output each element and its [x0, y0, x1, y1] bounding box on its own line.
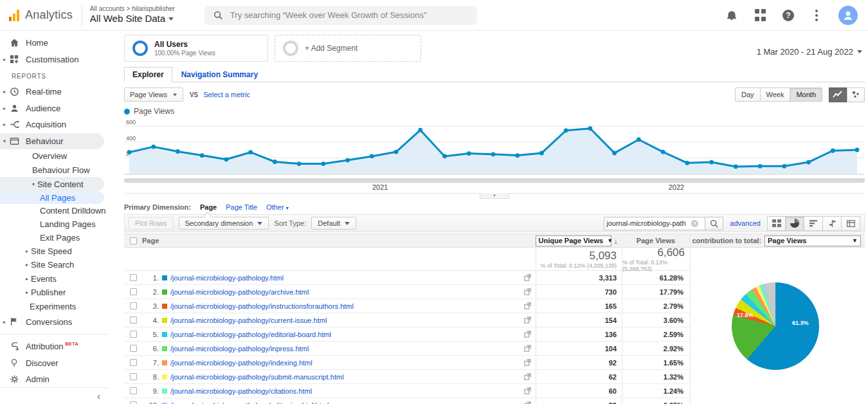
- page-link[interactable]: /journal-microbiology-pathology/instruct…: [170, 302, 354, 310]
- avatar[interactable]: [838, 6, 858, 25]
- percentage-pie-view-button[interactable]: [786, 216, 804, 231]
- page-link[interactable]: /journal-microbiology-pathology/archive.…: [170, 288, 309, 296]
- data-table-view-button[interactable]: [767, 216, 786, 231]
- sidebar-item-content-drilldown[interactable]: Content Drilldown: [0, 204, 104, 217]
- line-chart-view-button[interactable]: [829, 87, 847, 102]
- row-checkbox[interactable]: [130, 373, 137, 380]
- analytics-logo[interactable]: Analytics: [0, 8, 82, 22]
- sidebar-item-experiments[interactable]: Experiments: [0, 300, 104, 314]
- row-checkbox[interactable]: [130, 345, 137, 352]
- table-search-button[interactable]: [705, 217, 723, 230]
- open-in-new-icon[interactable]: [519, 317, 536, 324]
- row-color-swatch: [162, 318, 167, 323]
- clear-search-icon[interactable]: ✕: [691, 220, 698, 227]
- line-chart-plot[interactable]: 200400600: [124, 117, 865, 178]
- sidebar-item-all-pages[interactable]: All Pages: [0, 191, 104, 205]
- page-link[interactable]: /journal-microbiology-pathology/citation…: [170, 387, 312, 395]
- global-search[interactable]: [204, 6, 477, 25]
- row-checkbox[interactable]: [130, 387, 137, 394]
- sidebar-item-publisher[interactable]: ▸Publisher: [0, 286, 104, 300]
- row-checkbox[interactable]: [130, 401, 137, 404]
- sort-type-dropdown[interactable]: Default: [311, 217, 356, 230]
- segment-all-users[interactable]: All Users 100.00% Page Views: [124, 35, 268, 62]
- row-checkbox[interactable]: [130, 274, 137, 281]
- sidebar-item-conversions[interactable]: ▸ Conversions: [0, 313, 104, 330]
- granularity-week-button[interactable]: Week: [761, 87, 791, 102]
- page-link[interactable]: /journal-microbiology-pathology/current-…: [170, 317, 327, 324]
- open-in-new-icon[interactable]: [519, 373, 536, 380]
- open-in-new-icon[interactable]: [519, 288, 536, 295]
- sidebar-item-exit-pages[interactable]: Exit Pages: [0, 231, 104, 244]
- search-input[interactable]: [230, 10, 468, 20]
- sidebar-item-acquisition[interactable]: ▸ Acquisition: [0, 116, 104, 133]
- select-a-metric-link[interactable]: Select a metric: [203, 91, 250, 98]
- open-in-new-icon[interactable]: [519, 345, 536, 352]
- page-link[interactable]: /journal-microbiology-pathology/submit-m…: [170, 373, 344, 381]
- row-checkbox[interactable]: [130, 288, 137, 295]
- tab-navigation-summary[interactable]: Navigation Summary: [172, 68, 267, 82]
- sidebar-item-audience[interactable]: ▸ Audience: [0, 100, 104, 117]
- plot-rows-button[interactable]: Plot Rows: [129, 217, 174, 230]
- sidebar-item-behaviour-flow[interactable]: Behaviour Flow: [0, 163, 104, 178]
- row-checkbox[interactable]: [130, 331, 137, 338]
- sidebar-item-site-content[interactable]: ▾Site Content: [0, 177, 104, 191]
- apps-grid-icon[interactable]: [754, 9, 766, 22]
- sidebar-item-overview[interactable]: Overview: [0, 149, 104, 163]
- notifications-bell-icon[interactable]: [725, 9, 738, 22]
- open-in-new-icon[interactable]: [519, 387, 536, 394]
- granularity-month-button[interactable]: Month: [790, 87, 822, 102]
- page-link[interactable]: /journal-microbiology-pathology.html: [170, 274, 284, 282]
- contribution-metric-select[interactable]: Page Views▼: [764, 235, 861, 246]
- chart-collapse-tab[interactable]: ▼: [480, 193, 509, 199]
- sidebar-item-discover[interactable]: Discover: [0, 354, 104, 371]
- motion-chart-view-button[interactable]: [847, 87, 865, 102]
- page-link[interactable]: /journal-microbiology-pathology/editoria…: [170, 331, 331, 338]
- add-segment-button[interactable]: + Add Segment: [275, 35, 421, 62]
- sidebar-item-behaviour[interactable]: ▾ Behaviour: [0, 133, 104, 150]
- advanced-search-link[interactable]: advanced: [730, 219, 761, 227]
- row-checkbox[interactable]: [130, 359, 137, 366]
- help-icon[interactable]: ?: [782, 9, 795, 22]
- pivot-view-button[interactable]: [842, 216, 860, 231]
- contribution-pie-chart[interactable]: [732, 282, 819, 370]
- more-vertical-icon[interactable]: [810, 9, 823, 22]
- open-in-new-icon[interactable]: [519, 302, 536, 309]
- comparison-view-button[interactable]: [823, 216, 842, 231]
- table-search-field[interactable]: ✕: [604, 217, 705, 230]
- sidebar-item-site-search[interactable]: ▸Site Search: [0, 258, 104, 272]
- open-in-new-icon[interactable]: [519, 401, 536, 404]
- sidebar-item-events[interactable]: ▸Events: [0, 272, 104, 286]
- sidebar-item-attribution[interactable]: Attribution BETA: [0, 338, 104, 355]
- page-link[interactable]: /journal-microbiology-pathology/inpress.…: [170, 345, 309, 353]
- sort-descending-icon[interactable]: ↓: [614, 236, 619, 246]
- primary-dimension-page[interactable]: Page: [200, 203, 217, 211]
- account-switcher[interactable]: All accounts > hilarispublisher All Web …: [82, 5, 175, 25]
- sidebar-item-realtime[interactable]: ▸ Real-time: [0, 84, 104, 100]
- date-range-selector[interactable]: 1 Mar 2020 - 21 Aug 2022: [757, 40, 865, 63]
- row-checkbox[interactable]: [130, 317, 137, 324]
- sidebar-item-customisation[interactable]: ▸ Customisation: [0, 51, 104, 68]
- performance-bars-view-button[interactable]: [804, 216, 823, 231]
- open-in-new-icon[interactable]: [519, 359, 536, 366]
- row-checkbox[interactable]: [130, 302, 137, 309]
- primary-dimension-other[interactable]: Other ▾: [266, 203, 289, 211]
- primary-dimension-page-title[interactable]: Page Title: [226, 203, 257, 211]
- sidebar-item-home[interactable]: Home: [0, 35, 104, 51]
- secondary-dimension-dropdown[interactable]: Secondary dimension: [179, 217, 269, 230]
- sidebar-item-site-speed[interactable]: ▸Site Speed: [0, 244, 104, 258]
- table-search-input[interactable]: [606, 219, 691, 227]
- sidebar-item-landing-pages[interactable]: Landing Pages: [0, 217, 104, 231]
- page-link[interactable]: /journal-microbiology-pathology/indexing…: [170, 359, 312, 367]
- metric-dropdown[interactable]: Page Views: [124, 87, 183, 102]
- select-all-checkbox[interactable]: [130, 237, 137, 244]
- unique-page-views-select[interactable]: Unique Page Views▼: [536, 235, 611, 246]
- granularity-day-button[interactable]: Day: [735, 87, 761, 102]
- chart-scrollbar[interactable]: [124, 178, 865, 183]
- page-link[interactable]: /journal-microbiology-pathology/editor-i…: [170, 401, 329, 404]
- sidebar-item-admin[interactable]: Admin: [0, 371, 104, 388]
- open-in-new-icon[interactable]: [519, 331, 536, 338]
- open-in-new-icon[interactable]: [519, 274, 536, 281]
- admin-gear-icon: [9, 374, 19, 385]
- sidebar-collapse-button[interactable]: ‹: [0, 387, 109, 404]
- tab-explorer[interactable]: Explorer: [124, 67, 172, 82]
